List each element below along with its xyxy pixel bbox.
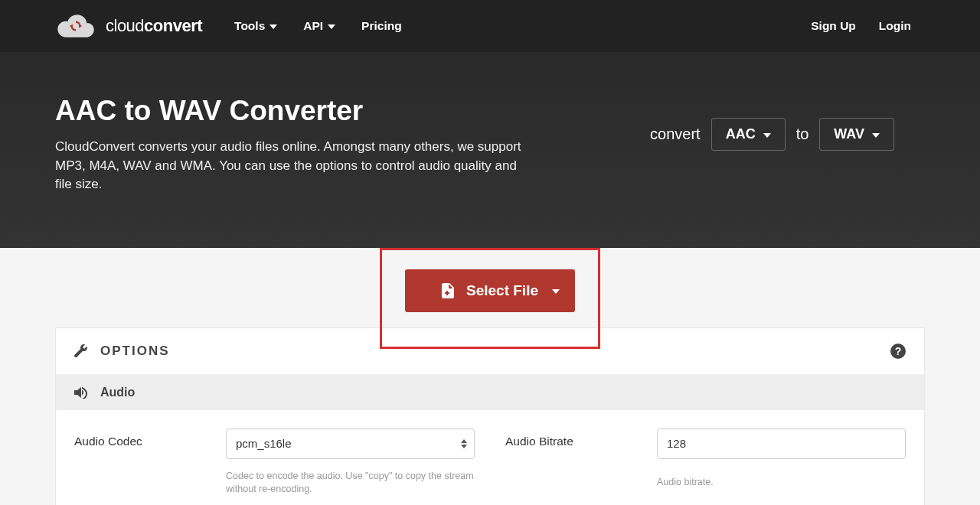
hero-section: AAC to WAV Converter CloudConvert conver… — [0, 52, 980, 248]
nav-pricing[interactable]: Pricing — [361, 19, 402, 33]
top-navbar: cloudconvert Tools API Pricing Sign Up L… — [0, 0, 980, 52]
chevron-down-icon — [763, 133, 771, 138]
format-selector-row: convert AAC to WAV — [650, 118, 894, 151]
audio-codec-help: Codec to encode the audio. Use "copy" to… — [226, 470, 475, 496]
from-format-value: AAC — [726, 126, 756, 142]
chevron-down-icon — [872, 133, 880, 138]
convert-label: convert — [650, 125, 701, 143]
chevron-down-icon — [328, 24, 335, 29]
audio-bitrate-help: Audio bitrate. — [657, 476, 906, 489]
cloud-logo-icon — [55, 12, 96, 40]
speaker-icon — [74, 386, 90, 399]
nav-api[interactable]: API — [303, 19, 335, 33]
to-label: to — [796, 125, 809, 143]
help-icon[interactable]: ? — [890, 344, 906, 359]
options-panel: OPTIONS ? Audio Audio Codec Codec to enc… — [55, 327, 925, 505]
audio-bitrate-input[interactable] — [657, 428, 906, 459]
brand-text: cloudconvert — [106, 16, 202, 36]
page-title: AAC to WAV Converter — [55, 95, 530, 127]
chevron-down-icon — [552, 289, 560, 294]
audio-section-header: Audio — [56, 375, 924, 410]
to-format-value: WAV — [834, 126, 864, 142]
page-description: CloudConvert converts your audio files o… — [55, 138, 530, 194]
to-format-select[interactable]: WAV — [819, 118, 894, 151]
audio-codec-row: Audio Codec Codec to encode the audio. U… — [74, 428, 475, 496]
audio-section-label: Audio — [100, 386, 135, 399]
audio-bitrate-label: Audio Bitrate — [505, 428, 651, 448]
chevron-down-icon — [270, 24, 277, 29]
file-add-icon — [442, 283, 454, 298]
select-file-button[interactable]: Select File — [405, 269, 575, 312]
nav-tools[interactable]: Tools — [234, 19, 277, 33]
options-grid: Audio Codec Codec to encode the audio. U… — [56, 410, 924, 505]
auth-links: Sign Up Login — [811, 19, 911, 33]
main-nav: Tools API Pricing — [234, 19, 402, 33]
nav-api-label: API — [303, 19, 323, 33]
file-select-area: Select File — [55, 248, 925, 312]
options-header: OPTIONS ? — [56, 328, 924, 375]
audio-bitrate-row: Audio Bitrate Audio bitrate. — [505, 428, 906, 496]
from-format-select[interactable]: AAC — [711, 118, 786, 151]
select-file-label: Select File — [466, 282, 538, 299]
options-title: OPTIONS — [100, 344, 170, 359]
login-link[interactable]: Login — [879, 19, 911, 33]
brand-logo[interactable]: cloudconvert — [55, 12, 202, 40]
nav-tools-label: Tools — [234, 19, 265, 33]
nav-pricing-label: Pricing — [361, 19, 402, 33]
svg-text:?: ? — [895, 345, 902, 357]
wrench-icon — [74, 344, 88, 358]
audio-codec-label: Audio Codec — [74, 428, 220, 448]
audio-codec-select[interactable] — [226, 428, 475, 459]
signup-link[interactable]: Sign Up — [811, 19, 856, 33]
